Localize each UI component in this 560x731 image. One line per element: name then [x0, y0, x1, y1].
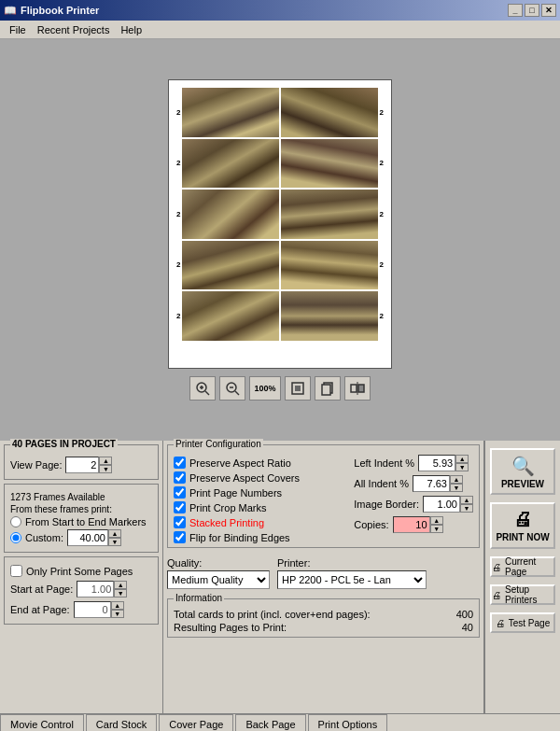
printer-group: Printer: HP 2200 - PCL 5e - Lan	[277, 557, 427, 589]
view-page-up[interactable]: ▲	[99, 457, 112, 465]
copy-button[interactable]	[315, 376, 341, 401]
tab-cover-page[interactable]: Cover Page	[159, 714, 233, 731]
left-indent-up[interactable]: ▲	[455, 455, 469, 463]
image-border-down[interactable]: ▼	[460, 504, 473, 513]
fit-page-button[interactable]	[285, 376, 311, 401]
test-page-icon: 🖨	[496, 618, 505, 628]
end-at-input[interactable]	[74, 601, 111, 618]
menu-help[interactable]: Help	[115, 22, 147, 37]
radio-start-end[interactable]	[10, 516, 21, 527]
only-print-label: Only Print Some Pages	[26, 566, 133, 577]
zoom-out-button[interactable]	[219, 376, 245, 401]
checkbox-aspect-ratio[interactable]	[174, 457, 186, 469]
page-num-r4-left: 2	[176, 260, 180, 269]
maximize-button[interactable]: □	[525, 4, 539, 17]
app-icon: 📖	[4, 5, 17, 17]
main-content: 40 PAGES IN PROJECT View Page: ▲ ▼ 1273 …	[0, 441, 560, 713]
custom-frames-down[interactable]: ▼	[108, 538, 121, 546]
checkbox-stacked[interactable]	[174, 516, 186, 528]
custom-frames-up[interactable]: ▲	[108, 529, 121, 538]
page-num-r5-left: 2	[176, 312, 180, 320]
minimize-button[interactable]: _	[508, 4, 523, 17]
sidebar-panel: 🔍 PREVIEW 🖨 PRINT NOW 🖨 Current Page 🖨 S…	[483, 441, 560, 713]
checkbox-print-page-nums-label: Print Page Numbers	[189, 487, 282, 499]
thumb-r1c2	[281, 88, 378, 137]
start-at-up[interactable]: ▲	[114, 581, 127, 589]
radio1-label: From Start to End Markers	[25, 516, 147, 527]
checkbox-crop-marks-label: Print Crop Marks	[189, 502, 267, 513]
config-right: Left Indent % ▲ ▼ All Indent %	[354, 455, 473, 543]
zoom-100-button[interactable]: 100%	[249, 376, 281, 401]
copies-down[interactable]: ▼	[430, 525, 443, 533]
tab-print-options[interactable]: Print Options	[308, 714, 388, 731]
tab-card-stock[interactable]: Card Stock	[86, 714, 157, 731]
app-title: Flipbook Printer	[21, 5, 99, 16]
checkbox-crop-marks[interactable]	[174, 501, 186, 513]
custom-frames-input[interactable]	[67, 529, 108, 546]
menu-recent-projects[interactable]: Recent Projects	[32, 22, 116, 37]
only-print-checkbox[interactable]	[10, 565, 22, 577]
pages-range-group: Only Print Some Pages Start at Page: ▲ ▼…	[4, 556, 159, 625]
bottom-tabs: Movie Control Card Stock Cover Page Back…	[0, 713, 560, 731]
checkbox-flip-binding[interactable]	[174, 531, 186, 543]
print-icon: 🖨	[513, 509, 532, 530]
page-preview: 2 2 2 2 2 2 2	[168, 79, 392, 369]
all-indent-up[interactable]: ▲	[450, 475, 463, 484]
close-button[interactable]: ✕	[541, 4, 556, 17]
view-page-input[interactable]	[65, 457, 99, 473]
svg-rect-12	[358, 385, 364, 392]
tab-movie-control[interactable]: Movie Control	[0, 714, 84, 731]
checkbox-print-page-nums[interactable]	[174, 486, 186, 499]
setup-printers-icon: 🖨	[492, 590, 501, 600]
svg-rect-8	[295, 386, 301, 391]
page-num-r5-right: 2	[380, 312, 384, 320]
thumb-r3c2	[281, 190, 378, 239]
end-at-label: End at Page:	[10, 604, 70, 615]
flip-button[interactable]	[344, 376, 371, 401]
thumb-r4c1	[182, 241, 279, 290]
quality-select[interactable]: Medium Quality Low Quality High Quality	[167, 570, 270, 589]
total-cards-value: 400	[456, 609, 473, 620]
preview-button[interactable]: 🔍 PREVIEW	[490, 448, 555, 495]
quality-label: Quality:	[167, 557, 270, 569]
all-indent-down[interactable]: ▼	[450, 484, 463, 492]
all-indent-input[interactable]	[413, 475, 450, 492]
print-now-button[interactable]: 🖨 PRINT NOW	[490, 502, 555, 549]
checkbox-stacked-label: Stacked Printing	[189, 517, 264, 528]
image-border-up[interactable]: ▲	[460, 496, 473, 504]
radio-custom[interactable]	[10, 532, 21, 543]
menu-file[interactable]: File	[4, 22, 32, 37]
checkbox-aspect-covers[interactable]	[174, 471, 186, 484]
start-at-input[interactable]	[77, 581, 114, 597]
page-num-r2-left: 2	[176, 159, 180, 167]
svg-line-1	[205, 391, 209, 395]
left-indent-input[interactable]	[418, 455, 455, 471]
page-num-r4-right: 2	[380, 260, 384, 269]
start-at-down[interactable]: ▼	[114, 589, 127, 597]
copies-up[interactable]: ▲	[430, 516, 443, 525]
preview-area: 2 2 2 2 2 2 2	[0, 39, 560, 441]
page-num-r1-left: 2	[176, 108, 180, 117]
print-now-label: PRINT NOW	[496, 532, 549, 542]
printer-select[interactable]: HP 2200 - PCL 5e - Lan	[277, 570, 427, 589]
left-indent-down[interactable]: ▼	[455, 463, 469, 471]
thumb-r2c2	[281, 139, 378, 189]
copies-input[interactable]	[393, 516, 430, 533]
current-page-label: Current Page	[505, 556, 553, 577]
page-num-r3-left: 2	[176, 210, 180, 218]
end-at-up[interactable]: ▲	[111, 601, 124, 610]
preview-icon: 🔍	[511, 455, 535, 477]
setup-printers-button[interactable]: 🖨 Setup Printers	[490, 584, 555, 605]
resulting-pages-value: 40	[462, 622, 473, 633]
tab-back-page[interactable]: Back Page	[235, 714, 305, 731]
image-border-input[interactable]	[423, 496, 460, 513]
view-page-down[interactable]: ▼	[99, 465, 112, 473]
info-title: Information	[174, 593, 224, 603]
test-page-button[interactable]: 🖨 Test Page	[490, 612, 555, 633]
start-at-label: Start at Page:	[10, 583, 73, 595]
zoom-in-button[interactable]	[189, 376, 216, 401]
quality-group: Quality: Medium Quality Low Quality High…	[167, 557, 270, 589]
thumb-r1c1	[182, 88, 279, 137]
end-at-down[interactable]: ▼	[111, 610, 124, 618]
current-page-button[interactable]: 🖨 Current Page	[490, 556, 555, 577]
